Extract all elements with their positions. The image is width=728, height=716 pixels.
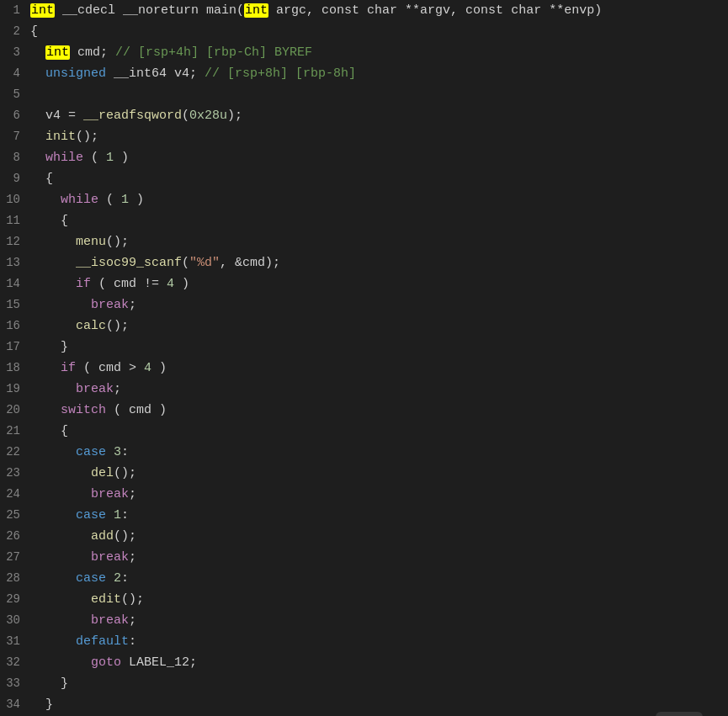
line-number: 4 — [0, 63, 27, 84]
token-plain: : — [121, 508, 129, 522]
line-number: 9 — [0, 168, 27, 189]
token-plain — [30, 361, 61, 375]
line-content: default: — [27, 631, 728, 652]
token-plain: __cdecl __noreturn main( — [55, 3, 244, 18]
token-num: 4 — [144, 361, 151, 375]
line-number: 22 — [0, 442, 27, 463]
line-content: init(); — [27, 126, 728, 147]
token-kw: unsigned — [45, 66, 106, 81]
token-kw: case — [76, 571, 106, 586]
token-plain — [30, 445, 76, 459]
line-content: edit(); — [27, 589, 728, 610]
token-plain: v4 = — [30, 109, 83, 123]
token-plain — [30, 466, 91, 480]
token-plain — [30, 571, 76, 586]
token-hl: int — [244, 3, 268, 18]
line-number: 32 — [0, 652, 27, 673]
token-plain: ; — [129, 487, 136, 501]
token-plain: { — [30, 214, 68, 228]
table-row: 11 { — [0, 210, 728, 231]
line-number: 34 — [0, 694, 27, 715]
token-kw2: break — [91, 613, 129, 628]
token-plain: (); — [76, 130, 98, 144]
token-kw2: break — [91, 298, 129, 312]
line-content: { — [27, 168, 728, 189]
token-num: 1 — [106, 151, 114, 165]
token-plain: { — [30, 424, 68, 438]
table-row: 2{ — [0, 21, 728, 42]
token-hl: int — [45, 45, 70, 60]
token-plain — [30, 403, 61, 417]
line-content — [27, 84, 728, 105]
token-plain — [30, 130, 45, 144]
token-kw: case — [76, 445, 106, 459]
line-content: calc(); — [27, 316, 728, 337]
token-kw2: switch — [61, 403, 106, 417]
line-content: add(); — [27, 526, 728, 547]
token-plain — [106, 571, 114, 586]
token-plain: argc, const char **argv, const char **en… — [268, 3, 602, 18]
line-content: v4 = __readfsqword(0x28u); — [27, 105, 728, 126]
token-plain — [30, 256, 76, 270]
line-content: int cmd; // [rsp+4h] [rbp-Ch] BYREF — [27, 42, 728, 63]
token-plain: : — [121, 571, 129, 586]
line-number: 5 — [0, 84, 27, 105]
line-number: 33 — [0, 673, 27, 694]
token-plain: ; — [129, 613, 136, 628]
token-kw2: break — [76, 382, 114, 396]
line-number: 21 — [0, 421, 27, 442]
table-row: 3 int cmd; // [rsp+4h] [rbp-Ch] BYREF — [0, 42, 728, 63]
table-row: 30 break; — [0, 610, 728, 631]
token-plain: (); — [106, 235, 129, 249]
token-plain — [30, 382, 76, 396]
line-number: 7 — [0, 126, 27, 147]
token-plain — [30, 529, 91, 544]
code-viewer: 1int __cdecl __noreturn main(int argc, c… — [0, 0, 728, 716]
line-content: break; — [27, 294, 728, 316]
line-number: 19 — [0, 379, 27, 400]
token-plain: ( cmd ) — [106, 403, 167, 417]
line-number: 15 — [0, 294, 27, 316]
token-plain — [30, 319, 76, 333]
table-row: 31 default: — [0, 631, 728, 652]
token-num: 0x28u — [189, 109, 227, 123]
line-number: 6 — [0, 105, 27, 126]
table-row: 29 edit(); — [0, 589, 728, 610]
token-kw2: if — [61, 361, 76, 375]
token-kw: default — [76, 634, 129, 649]
token-plain — [106, 508, 114, 522]
table-row: 10 while ( 1 ) — [0, 189, 728, 210]
token-plain: : — [129, 634, 136, 649]
table-row: 16 calc(); — [0, 316, 728, 337]
line-content: __isoc99_scanf("%d", &cmd); — [27, 252, 728, 273]
token-plain: (); — [106, 319, 129, 333]
token-plain — [106, 445, 114, 459]
table-row: 27 break; — [0, 547, 728, 568]
token-plain: ( — [83, 151, 106, 165]
token-plain — [30, 508, 76, 522]
table-row: 14 if ( cmd != 4 ) — [0, 273, 728, 294]
token-plain: ) — [151, 361, 167, 375]
token-str: "%d" — [189, 256, 220, 270]
line-number: 20 — [0, 400, 27, 421]
line-number: 1 — [0, 0, 27, 21]
line-content: { — [27, 210, 728, 231]
token-plain: ) — [174, 277, 189, 291]
token-plain — [30, 193, 61, 207]
line-content: int __cdecl __noreturn main(int argc, co… — [27, 0, 728, 21]
line-content: case 1: — [27, 505, 728, 526]
table-row: 7 init(); — [0, 126, 728, 147]
token-kw2: break — [91, 487, 129, 501]
table-row: 18 if ( cmd > 4 ) — [0, 358, 728, 379]
line-content: { — [27, 421, 728, 442]
token-plain: , &cmd); — [220, 256, 280, 270]
token-plain: ; — [129, 298, 136, 312]
table-row: 4 unsigned __int64 v4; // [rsp+8h] [rbp-… — [0, 63, 728, 84]
table-row: 34 } — [0, 694, 728, 715]
table-row: 20 switch ( cmd ) — [0, 400, 728, 421]
token-num: 1 — [114, 508, 121, 522]
line-content: menu(); — [27, 231, 728, 252]
table-row: 32 goto LABEL_12; — [0, 652, 728, 673]
token-plain — [30, 655, 91, 670]
token-plain — [30, 235, 76, 249]
